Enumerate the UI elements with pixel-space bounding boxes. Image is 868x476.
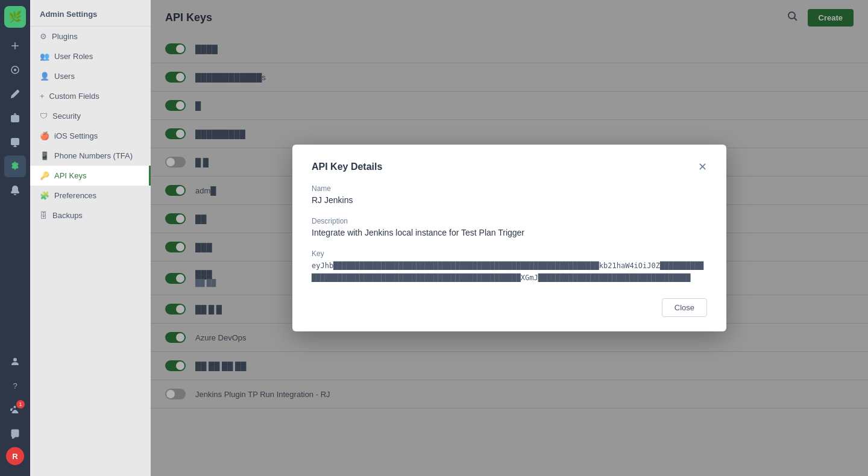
nav-monitor-icon[interactable]: [4, 131, 26, 153]
nav-edit-icon[interactable]: [4, 83, 26, 105]
plugins-icon: ⚙: [40, 32, 47, 41]
user-roles-icon: 👥: [40, 52, 49, 61]
nav-person-icon[interactable]: [4, 351, 26, 372]
sidebar-item-phone-numbers[interactable]: 📱 Phone Numbers (TFA): [30, 146, 151, 166]
modal-name-value: RJ Jenkins: [312, 195, 707, 205]
nav-help-icon[interactable]: ?: [4, 375, 26, 396]
icon-nav: 🌿 ? 1: [0, 0, 30, 476]
modal-close-button[interactable]: ✕: [698, 161, 707, 172]
modal-key-label: Key: [312, 249, 707, 258]
app-logo[interactable]: 🌿: [4, 6, 26, 28]
modal-overlay[interactable]: API Key Details ✕ Name RJ Jenkins Descri…: [151, 0, 868, 476]
sidebar-item-api-keys[interactable]: 🔑 API Keys: [30, 166, 151, 186]
modal-header: API Key Details ✕: [312, 161, 707, 172]
sidebar-item-users[interactable]: 👤 Users: [30, 66, 151, 86]
sidebar-item-ios-settings[interactable]: 🍎 iOS Settings: [30, 126, 151, 146]
ios-icon: 🍎: [40, 131, 49, 140]
users-icon: 👤: [40, 72, 49, 81]
nav-briefcase-icon[interactable]: [4, 107, 26, 129]
nav-add-icon[interactable]: [4, 35, 26, 57]
preferences-icon: 🧩: [40, 191, 49, 200]
sidebar-item-custom-fields[interactable]: + Custom Fields: [30, 86, 151, 106]
sidebar-item-user-roles[interactable]: 👥 User Roles: [30, 46, 151, 66]
modal-name-label: Name: [312, 184, 707, 193]
team-badge: 1: [16, 400, 25, 409]
modal-title: API Key Details: [312, 161, 382, 172]
modal-description-label: Description: [312, 217, 707, 225]
backups-icon: 🗄: [40, 211, 48, 220]
phone-icon: 📱: [40, 151, 49, 160]
custom-fields-icon: +: [40, 92, 45, 101]
sidebar-item-backups[interactable]: 🗄 Backups: [30, 205, 151, 225]
nav-dashboard-icon[interactable]: [4, 59, 26, 81]
nav-team-icon[interactable]: 1: [4, 399, 26, 421]
sidebar-item-security[interactable]: 🛡 Security: [30, 106, 151, 126]
nav-chat-icon[interactable]: [4, 423, 26, 445]
security-icon: 🛡: [40, 111, 48, 121]
user-avatar[interactable]: R: [6, 447, 24, 465]
svg-point-1: [14, 69, 16, 71]
sidebar-header: Admin Settings: [30, 0, 151, 27]
modal-footer: Close: [312, 298, 707, 317]
sidebar-item-preferences[interactable]: 🧩 Preferences: [30, 186, 151, 205]
sidebar-item-plugins[interactable]: ⚙ Plugins: [30, 27, 151, 46]
main-content: API Keys Create ████ ████████████s: [151, 0, 868, 476]
nav-bell-icon[interactable]: [4, 180, 26, 201]
sidebar: Admin Settings ⚙ Plugins 👥 User Roles 👤 …: [30, 0, 151, 476]
api-key-details-modal: API Key Details ✕ Name RJ Jenkins Descri…: [292, 145, 726, 331]
modal-key-value: eyJhb███████████████████████████████████…: [312, 260, 707, 283]
modal-description-value: Integrate with Jenkins local instance fo…: [312, 228, 707, 237]
api-keys-icon: 🔑: [40, 171, 49, 180]
nav-settings-icon[interactable]: [4, 155, 26, 177]
modal-close-action-button[interactable]: Close: [662, 298, 707, 317]
